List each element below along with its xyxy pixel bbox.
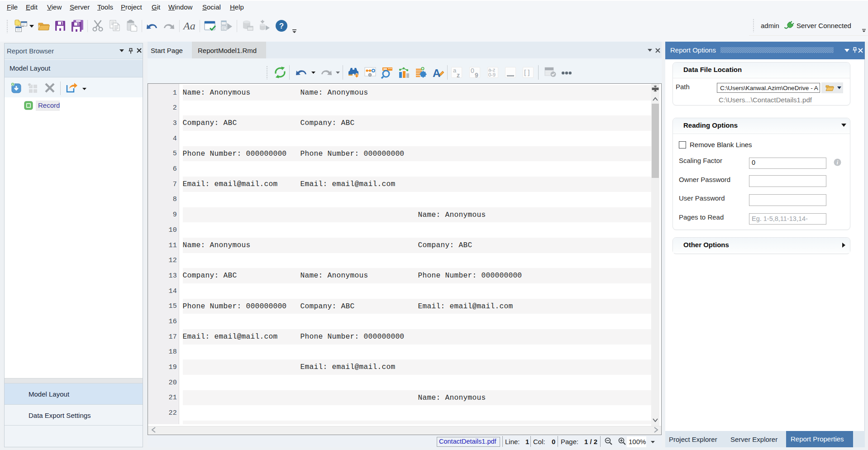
svg-text:A: A [433, 67, 440, 79]
svg-text:?: ? [279, 22, 284, 30]
